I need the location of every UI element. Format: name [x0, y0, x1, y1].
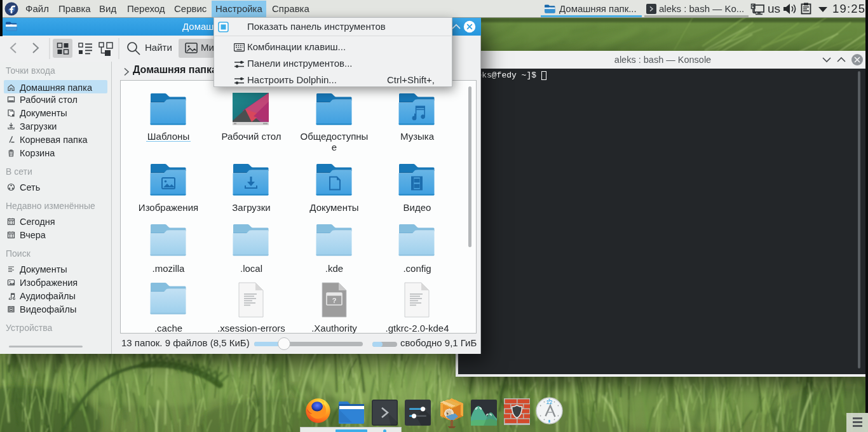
svg-text:Ми: Ми: [201, 42, 214, 53]
svg-text:12: 12: [546, 399, 552, 405]
svg-text:?: ?: [332, 297, 337, 304]
svg-text:Найти: Найти: [145, 42, 172, 53]
